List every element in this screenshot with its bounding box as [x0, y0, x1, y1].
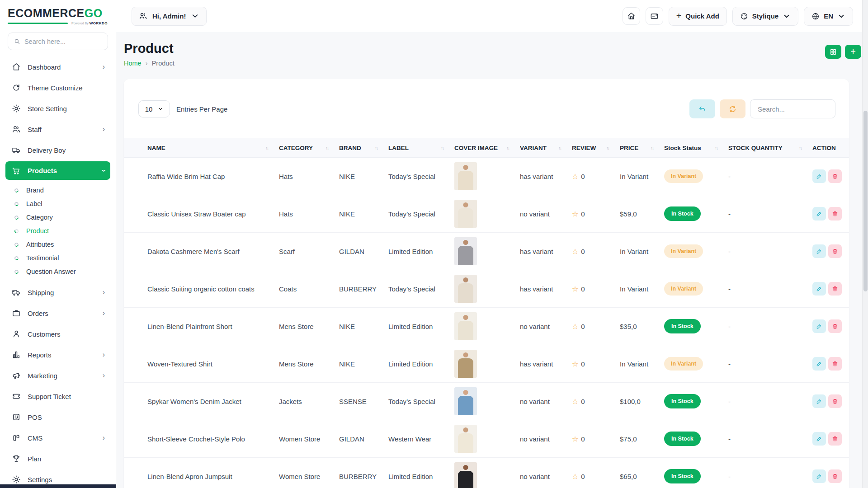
edit-button[interactable] — [812, 432, 826, 446]
stock-quantity: - — [724, 270, 808, 308]
delete-button[interactable] — [828, 394, 842, 408]
delete-button[interactable] — [828, 169, 842, 183]
edit-button[interactable] — [812, 169, 826, 183]
delete-button[interactable] — [828, 469, 842, 483]
bullet-ring-icon — [14, 215, 19, 220]
edit-button[interactable] — [812, 282, 826, 296]
sidebar-item-label: Reports — [28, 351, 52, 359]
app-logo[interactable]: ECOMMERCEGO Powered By WORKDO — [0, 0, 116, 25]
cart-icon — [12, 166, 21, 175]
product-cover-image[interactable] — [454, 350, 477, 378]
sidebar-item-store-setting[interactable]: Store Setting — [5, 98, 110, 119]
sidebar-item-reports[interactable]: Reports› — [5, 344, 110, 365]
sidebar-item-cms[interactable]: CMS› — [5, 427, 110, 448]
column-label: REVIEW — [572, 145, 596, 151]
product-cover-image[interactable] — [454, 200, 477, 228]
column-header-label[interactable]: LABEL↑↓ — [384, 138, 450, 158]
column-header-review[interactable]: REVIEW↑↓ — [567, 138, 615, 158]
column-header-cover-image[interactable]: COVER IMAGE↑↓ — [450, 138, 515, 158]
sidebar-item-products[interactable]: Products› — [5, 161, 110, 180]
home-button[interactable] — [623, 7, 640, 25]
product-cover-image[interactable] — [454, 387, 477, 415]
delete-button[interactable] — [828, 319, 842, 333]
product-cover-image[interactable] — [454, 275, 477, 303]
add-product-button[interactable]: + — [845, 45, 861, 59]
sidebar-search-input[interactable] — [24, 38, 102, 45]
delete-button[interactable] — [828, 357, 842, 371]
column-header-stock-quantity[interactable]: STOCK QUANTITY↑↓ — [724, 138, 808, 158]
sidebar-subitem-label[interactable]: Label — [5, 197, 110, 211]
admin-menu-button[interactable]: Hi, Admin! — [132, 7, 207, 26]
messages-button[interactable] — [646, 7, 663, 25]
pencil-icon — [816, 473, 822, 479]
vertical-scrollbar[interactable] — [862, 0, 868, 488]
sidebar-search[interactable] — [8, 33, 108, 50]
scrollbar-thumb[interactable] — [863, 111, 868, 291]
sidebar-item-shipping[interactable]: Shipping› — [5, 282, 110, 303]
sidebar-item-pos[interactable]: POS — [5, 407, 110, 427]
sidebar-subitem-testimonial[interactable]: Testimonial — [5, 251, 110, 265]
edit-button[interactable] — [812, 357, 826, 371]
delivery-truck-icon — [12, 145, 21, 155]
column-header-stock-status[interactable]: Stock Status↑↓ — [660, 138, 724, 158]
column-header-brand[interactable]: BRAND↑↓ — [335, 138, 384, 158]
delete-button[interactable] — [828, 282, 842, 296]
sidebar-item-dashboard[interactable]: Dashboard› — [5, 56, 110, 77]
breadcrumb-home-link[interactable]: Home — [124, 60, 142, 67]
product-cover-image[interactable] — [454, 237, 477, 265]
product-cover-image[interactable] — [454, 312, 477, 340]
sidebar-item-staff[interactable]: Staff› — [5, 119, 110, 140]
edit-button[interactable] — [812, 244, 826, 258]
chevron-right-icon: › — [103, 289, 105, 296]
quick-add-button[interactable]: + Quick Add — [669, 7, 727, 26]
chevron-down-icon: › — [100, 169, 107, 172]
delete-button[interactable] — [828, 207, 842, 221]
delete-button[interactable] — [828, 244, 842, 258]
entries-per-page-select[interactable]: 10 — [138, 100, 170, 117]
column-header-name[interactable]: NAME↑↓ — [124, 138, 274, 158]
powered-by: Powered By WORKDO — [71, 21, 108, 25]
logo-wordmark: ECOMMERCEGO — [8, 7, 108, 20]
column-header-variant[interactable]: VARIANT↑↓ — [515, 138, 567, 158]
column-header-price[interactable]: PRICE↑↓ — [615, 138, 660, 158]
sidebar-subitem-attributes[interactable]: Attributes — [5, 238, 110, 251]
product-category: Coats — [274, 270, 335, 308]
sidebar-subitem-product[interactable]: Product — [5, 224, 110, 238]
product-variant: no variant — [515, 308, 567, 345]
product-price: $65,0 — [615, 458, 660, 488]
star-icon: ☆ — [572, 285, 578, 293]
sidebar-submenu-products: BrandLabelCategoryProductAttributesTesti… — [5, 181, 110, 282]
edit-button[interactable] — [812, 469, 826, 483]
product-review: ☆0 — [567, 383, 615, 420]
mail-icon — [650, 12, 659, 20]
sidebar-item-plan[interactable]: Plan — [5, 448, 110, 469]
grid-view-button[interactable] — [825, 45, 841, 59]
product-cover-image[interactable] — [454, 462, 477, 488]
edit-button[interactable] — [812, 394, 826, 408]
edit-button[interactable] — [812, 319, 826, 333]
column-header-category[interactable]: CATEGORY↑↓ — [274, 138, 335, 158]
theme-selector-button[interactable]: Stylique — [732, 7, 798, 26]
sidebar-subitem-category[interactable]: Category — [5, 211, 110, 224]
edit-button[interactable] — [812, 207, 826, 221]
table-search-input[interactable] — [750, 99, 835, 118]
stock-quantity: - — [724, 345, 808, 383]
sidebar-item-customers[interactable]: Customers — [5, 324, 110, 344]
product-brand: NIKE — [335, 195, 384, 233]
undo-button[interactable] — [689, 99, 715, 118]
sidebar-subitem-question-answer[interactable]: Question Answer — [5, 265, 110, 278]
sidebar-subitem-brand[interactable]: Brand — [5, 183, 110, 197]
product-cover-image[interactable] — [454, 162, 477, 190]
sidebar-item-marketing[interactable]: Marketing› — [5, 365, 110, 386]
product-cover-image[interactable] — [454, 425, 477, 453]
product-brand: SSENSE — [335, 383, 384, 420]
language-selector-button[interactable]: EN — [804, 7, 853, 26]
sidebar-item-orders[interactable]: Orders› — [5, 303, 110, 324]
sidebar-item-delivery-boy[interactable]: Delivery Boy — [5, 140, 110, 160]
sidebar-item-support-ticket[interactable]: Support Ticket — [5, 386, 110, 407]
product-category: Mens Store — [274, 308, 335, 345]
stock-quantity: - — [724, 233, 808, 270]
delete-button[interactable] — [828, 432, 842, 446]
refresh-button[interactable] — [720, 99, 745, 118]
sidebar-item-theme-customize[interactable]: Theme Customize — [5, 77, 110, 98]
